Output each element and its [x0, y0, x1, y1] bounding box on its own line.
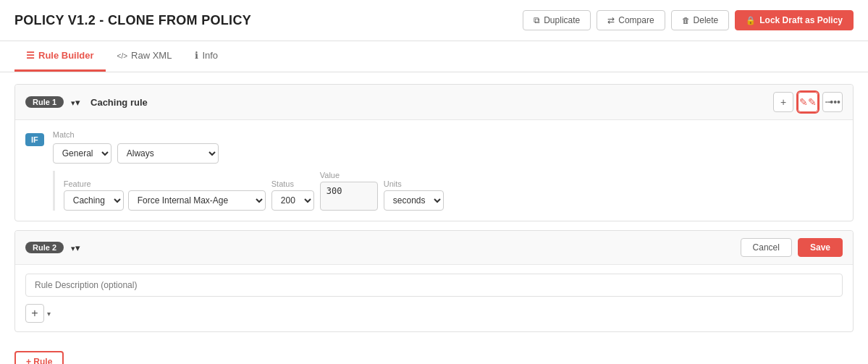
- feature-row: Feature Caching Force Internal Max-Age: [53, 171, 843, 211]
- plus-icon: +: [31, 307, 38, 320]
- status-label: Status: [271, 179, 314, 188]
- rule-2-header: Rule 2 ▾ Cancel Save: [15, 231, 853, 265]
- add-condition-row: + ▾: [25, 304, 843, 323]
- feature-group: Feature Caching Force Internal Max-Age: [64, 179, 266, 211]
- add-rule-button[interactable]: + Rule: [14, 351, 64, 364]
- lock-draft-button[interactable]: Lock Draft as Policy: [735, 10, 854, 30]
- compare-icon: [607, 15, 615, 25]
- value-group: Value 300: [320, 171, 378, 211]
- rule-1-chevron-icon[interactable]: ▾: [71, 97, 80, 108]
- status-select[interactable]: 200 201 301 302 404: [271, 190, 314, 211]
- cancel-button[interactable]: Cancel: [741, 238, 792, 257]
- units-group: Units seconds minutes hours days: [384, 179, 444, 211]
- rule-1-add-button[interactable]: +: [773, 92, 793, 112]
- rule-1-header-right: + ✎ •••: [773, 92, 843, 112]
- tab-info[interactable]: Info: [183, 41, 229, 72]
- header-actions: Duplicate Compare Delete Lock Draft as P…: [523, 10, 854, 30]
- tab-raw-xml[interactable]: Raw XML: [106, 41, 184, 72]
- plus-icon: +: [780, 96, 786, 108]
- rule-2-chevron-icon[interactable]: ▾: [71, 242, 80, 253]
- lock-icon: [746, 15, 756, 25]
- duplicate-icon: [534, 15, 540, 25]
- value-label: Value: [320, 171, 378, 179]
- main-content: Rule 1 ▾ Caching rule + ✎ •••: [0, 72, 868, 344]
- rule-1-header-left: Rule 1 ▾ Caching rule: [25, 96, 148, 108]
- status-group: Status 200 201 301 302 404: [271, 179, 314, 211]
- page-header: POLICY V1.2 - CLONE FROM POLICY Duplicat…: [0, 0, 868, 41]
- rule-1-body: IF Match General Always: [15, 120, 853, 221]
- add-condition-chevron-icon[interactable]: ▾: [47, 310, 51, 318]
- if-section: IF Match General Always: [25, 130, 843, 211]
- add-rule-bar: + Rule: [0, 344, 868, 364]
- save-button[interactable]: Save: [798, 238, 843, 257]
- units-label: Units: [384, 179, 444, 188]
- rule-2-body: + ▾: [15, 265, 853, 331]
- if-content: Match General Always Feature: [53, 130, 843, 211]
- rule-1-title: Caching rule: [90, 97, 148, 108]
- trash-icon: [682, 15, 690, 25]
- rule-2-actions: Cancel Save: [741, 238, 843, 257]
- feature-detail-select[interactable]: Force Internal Max-Age: [128, 190, 266, 211]
- rule-2-block: Rule 2 ▾ Cancel Save + ▾: [14, 230, 854, 332]
- always-select[interactable]: Always: [117, 143, 219, 164]
- rule-1-more-button[interactable]: •••: [822, 92, 843, 112]
- general-select[interactable]: General: [53, 143, 111, 164]
- delete-button[interactable]: Delete: [671, 10, 730, 30]
- tabs-bar: Rule Builder Raw XML Info: [0, 41, 868, 72]
- rule-2-header-left: Rule 2 ▾: [25, 242, 80, 253]
- rule-description-input[interactable]: [25, 274, 843, 297]
- rule-builder-icon: [26, 50, 35, 61]
- rule-1-block: Rule 1 ▾ Caching rule + ✎ •••: [14, 84, 854, 221]
- match-label: Match: [53, 130, 843, 139]
- value-input[interactable]: 300: [320, 182, 378, 211]
- if-general-row: General Always: [53, 143, 843, 164]
- rule-1-edit-button[interactable]: ✎: [798, 92, 818, 112]
- xml-icon: [117, 50, 127, 61]
- info-icon: [195, 50, 198, 61]
- page-wrapper: POLICY V1.2 - CLONE FROM POLICY Duplicat…: [0, 0, 868, 364]
- rule-1-header: Rule 1 ▾ Caching rule + ✎ •••: [15, 85, 853, 120]
- add-condition-button[interactable]: +: [25, 304, 44, 323]
- if-label: IF: [25, 133, 44, 146]
- page-title: POLICY V1.2 - CLONE FROM POLICY: [14, 13, 251, 28]
- rule-1-badge: Rule 1: [25, 96, 64, 108]
- ellipsis-icon: •••: [825, 96, 840, 109]
- units-select[interactable]: seconds minutes hours days: [384, 190, 444, 211]
- feature-label: Feature: [64, 179, 266, 188]
- pencil-icon: ✎: [799, 96, 817, 108]
- rule-2-badge: Rule 2: [25, 242, 64, 253]
- compare-button[interactable]: Compare: [597, 10, 665, 30]
- tab-rule-builder[interactable]: Rule Builder: [14, 41, 106, 72]
- feature-select[interactable]: Caching: [64, 190, 124, 211]
- duplicate-button[interactable]: Duplicate: [523, 10, 591, 30]
